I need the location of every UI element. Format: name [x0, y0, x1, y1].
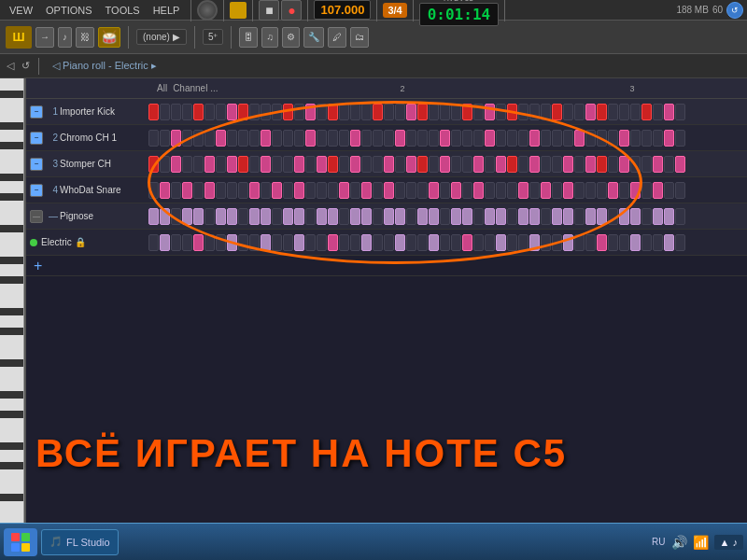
- stop-btn[interactable]: ■: [259, 0, 279, 21]
- beat-cell[interactable]: [204, 104, 215, 120]
- beat-cell[interactable]: [171, 130, 181, 147]
- beat-cell[interactable]: [160, 156, 170, 173]
- pattern-btn[interactable]: [230, 2, 247, 19]
- beat-cell[interactable]: [507, 234, 517, 251]
- beat-cell[interactable]: [238, 156, 248, 173]
- menu-options[interactable]: OPTIONS: [40, 3, 98, 18]
- beat-cell[interactable]: [384, 130, 394, 147]
- none-dropdown[interactable]: (none) ▶: [136, 29, 187, 45]
- beat-cell[interactable]: [384, 156, 394, 173]
- beat-cell[interactable]: [608, 104, 618, 120]
- beat-cell[interactable]: [518, 182, 529, 199]
- beat-cell[interactable]: [160, 104, 170, 120]
- beat-cell[interactable]: [160, 130, 170, 147]
- beat-cell[interactable]: [294, 182, 304, 199]
- tempo-knob[interactable]: [197, 0, 218, 21]
- beat-cell[interactable]: [249, 234, 260, 251]
- beat-cell[interactable]: [563, 182, 573, 199]
- beat-cell[interactable]: [249, 182, 260, 199]
- beat-cell[interactable]: [585, 182, 596, 199]
- beat-cell[interactable]: [216, 208, 226, 225]
- beat-cell[interactable]: [182, 208, 192, 225]
- beat-cell[interactable]: [597, 156, 607, 173]
- beat-cell[interactable]: [406, 182, 416, 199]
- beat-cell[interactable]: [350, 104, 360, 120]
- beat-display[interactable]: 3/4: [383, 3, 406, 18]
- tb-icon-1[interactable]: 🎛: [239, 27, 258, 48]
- track-4-mute[interactable]: ~: [30, 184, 43, 197]
- beat-cell[interactable]: [261, 182, 271, 199]
- beat-cell[interactable]: [294, 234, 304, 251]
- beat-cell[interactable]: [641, 104, 652, 120]
- beat-cell[interactable]: [529, 208, 540, 225]
- beat-cell[interactable]: [350, 130, 360, 147]
- beat-cell[interactable]: [373, 130, 383, 147]
- beat-cell[interactable]: [485, 156, 495, 173]
- beat-cell[interactable]: [608, 234, 618, 251]
- beat-cell[interactable]: [451, 130, 461, 147]
- beat-cell[interactable]: [440, 156, 450, 173]
- beat-cell[interactable]: [529, 130, 540, 147]
- beat-cell[interactable]: [541, 208, 551, 225]
- beat-cell[interactable]: [496, 104, 506, 120]
- beat-cell[interactable]: [238, 182, 248, 199]
- beat-cell[interactable]: [597, 182, 607, 199]
- beat-cell[interactable]: [608, 156, 618, 173]
- track-2-mute[interactable]: ~: [30, 132, 43, 145]
- beat-cell[interactable]: [361, 130, 372, 147]
- beat-cell[interactable]: [384, 208, 394, 225]
- network-tray-icon[interactable]: 📶: [693, 535, 709, 550]
- beat-cell[interactable]: [675, 182, 685, 199]
- beat-cell[interactable]: [451, 234, 461, 251]
- add-track-btn[interactable]: +: [34, 258, 42, 274]
- beat-cell[interactable]: [193, 104, 204, 120]
- beat-cell[interactable]: [429, 130, 439, 147]
- beat-cell[interactable]: [384, 182, 394, 199]
- tb-icon-2[interactable]: ♫: [261, 27, 278, 48]
- beat-cell[interactable]: [317, 104, 327, 120]
- beat-cell[interactable]: [417, 104, 428, 120]
- beat-cell[interactable]: [148, 182, 159, 199]
- beat-cell[interactable]: [462, 104, 472, 120]
- beat-cell[interactable]: [261, 130, 271, 147]
- beat-cell[interactable]: [272, 234, 282, 251]
- beat-cell[interactable]: [261, 208, 271, 225]
- beat-cell[interactable]: [305, 234, 316, 251]
- beat-cell[interactable]: [249, 208, 260, 225]
- beat-cell[interactable]: [653, 182, 663, 199]
- beat-cell[interactable]: [440, 208, 450, 225]
- beat-cell[interactable]: [653, 208, 663, 225]
- tb-icon-6[interactable]: 🗂: [350, 27, 369, 48]
- beat-cell[interactable]: [182, 234, 192, 251]
- beat-cell[interactable]: [429, 234, 439, 251]
- beat-cell[interactable]: [339, 130, 349, 147]
- beat-cell[interactable]: [249, 104, 260, 120]
- beat-cell[interactable]: [552, 104, 562, 120]
- beat-cell[interactable]: [317, 234, 327, 251]
- beat-cell[interactable]: [496, 208, 506, 225]
- beat-cell[interactable]: [182, 130, 192, 147]
- beat-cell[interactable]: [272, 104, 282, 120]
- beat-cell[interactable]: [395, 182, 405, 199]
- beat-cell[interactable]: [675, 104, 685, 120]
- beat-cell[interactable]: [182, 104, 192, 120]
- beat-cell[interactable]: [238, 208, 248, 225]
- beat-cell[interactable]: [328, 208, 338, 225]
- beat-cell[interactable]: [574, 182, 585, 199]
- beat-cell[interactable]: [373, 156, 383, 173]
- beat-cell[interactable]: [518, 208, 529, 225]
- beat-cell[interactable]: [574, 104, 585, 120]
- mixer-btn[interactable]: Ш: [6, 26, 32, 49]
- link-btn[interactable]: ⛓: [76, 27, 94, 48]
- steps-btn[interactable]: 5⁺: [203, 29, 224, 45]
- beat-cell[interactable]: [384, 234, 394, 251]
- beat-cell[interactable]: [440, 182, 450, 199]
- beat-cell[interactable]: [585, 156, 596, 173]
- beat-cell[interactable]: [417, 234, 428, 251]
- beat-cell[interactable]: [350, 208, 360, 225]
- beat-cell[interactable]: [597, 234, 607, 251]
- beat-cell[interactable]: [216, 182, 226, 199]
- beat-cell[interactable]: [160, 234, 170, 251]
- beat-cell[interactable]: [148, 208, 159, 225]
- beat-cell[interactable]: [328, 130, 338, 147]
